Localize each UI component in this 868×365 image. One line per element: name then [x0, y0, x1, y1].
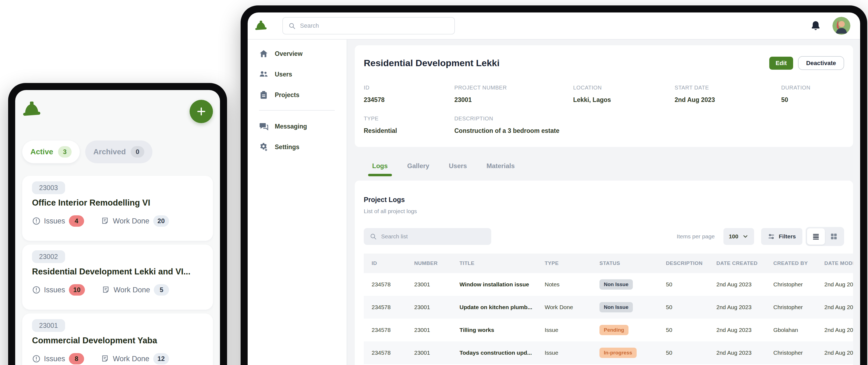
issues-label: Issues [44, 355, 65, 363]
tab-archived-label: Archived [93, 147, 126, 156]
tab-archived-projects[interactable]: Archived 0 [85, 140, 152, 163]
alert-circle-icon [32, 286, 41, 294]
project-card-list: 23003 Office Interior Remodelling VI Iss… [22, 176, 213, 365]
project-card-23003[interactable]: 23003 Office Interior Remodelling VI Iss… [22, 176, 213, 241]
field-duration: DURATION 50 [781, 85, 844, 104]
status-badge: Non Issue [599, 302, 633, 312]
project-header-card: Residential Development Lekki Edit Deact… [355, 45, 853, 147]
tab-materials[interactable]: Materials [486, 162, 515, 170]
grid-view-button[interactable] [825, 228, 843, 244]
field-description: DESCRIPTION Construction of a 3 bedroom … [454, 115, 573, 134]
tab-users[interactable]: Users [449, 162, 467, 170]
project-card-23002[interactable]: 23002 Residential Development Lekki and … [22, 244, 213, 310]
deactivate-button[interactable]: Deactivate [798, 56, 844, 70]
logs-title: Project Logs [364, 196, 844, 204]
project-logs-card: Project Logs List of all project logs [355, 180, 853, 365]
search-icon [370, 233, 377, 240]
table-row[interactable]: 234578 23001 Tilling works Issue Pending… [364, 319, 853, 341]
logs-toolbar: Items per page 100 [364, 227, 844, 246]
table-row[interactable]: 234578 23001 Todays construction upd... … [364, 341, 853, 364]
hard-hat-logo-icon [255, 20, 267, 32]
sidebar-item-label: Overview [275, 50, 303, 58]
issues-label: Issues [44, 217, 65, 225]
work-done-label: Work Done [114, 286, 150, 294]
work-done-label: Work Done [113, 217, 150, 225]
project-card-23001[interactable]: 23001 Commercial Development Yaba Issues… [22, 313, 213, 365]
archived-count-badge: 0 [131, 146, 144, 158]
chevron-down-icon [742, 233, 749, 240]
note-icon [102, 286, 111, 294]
view-toggle [806, 227, 844, 246]
hard-hat-logo-icon [22, 100, 41, 119]
work-done-label: Work Done [113, 355, 150, 363]
alert-circle-icon [32, 355, 41, 363]
add-project-button[interactable] [190, 100, 213, 123]
sidebar-item-settings[interactable]: Settings [259, 137, 347, 157]
field-project-number: PROJECT NUMBER 23001 [454, 85, 573, 104]
project-code-badge: 23001 [32, 319, 65, 332]
clipboard-icon [259, 90, 268, 100]
project-card-title: Office Interior Remodelling VI [32, 198, 203, 208]
status-badge: Pending [599, 325, 628, 335]
note-icon [101, 217, 110, 225]
sidebar-item-label: Messaging [275, 123, 307, 130]
projects-list-device-frame: Active 3 Archived 0 23003 Office Interio… [8, 83, 227, 365]
tab-active-projects[interactable]: Active 3 [22, 140, 80, 163]
top-bar [248, 12, 860, 40]
logs-table-header: ID NUMBER TITLE TYPE STATUS DESCRIPTION … [364, 254, 853, 273]
work-done-count-badge: 5 [154, 284, 169, 296]
notifications-bell-icon[interactable] [810, 20, 821, 31]
work-done-count-badge: 20 [153, 215, 169, 227]
user-avatar[interactable] [833, 17, 850, 35]
list-search [364, 228, 491, 245]
sliders-icon [768, 233, 775, 240]
filters-button[interactable]: Filters [761, 228, 802, 245]
tab-logs[interactable]: Logs [372, 162, 388, 170]
list-view-icon [812, 233, 820, 240]
field-location: LOCATION Lekki, Lagos [573, 85, 675, 104]
issues-label: Issues [44, 286, 65, 294]
items-per-page-select[interactable]: 100 [723, 228, 754, 245]
tab-active-label: Active [30, 147, 53, 156]
project-fields: ID 234578 PROJECT NUMBER 23001 LOCATION … [364, 85, 844, 134]
table-row[interactable]: 234578 23001 Window installation issue N… [364, 273, 853, 296]
sidebar-item-label: Projects [275, 91, 300, 99]
field-id: ID 234578 [364, 85, 454, 104]
dashboard-panel: Overview Users [248, 12, 860, 365]
detail-tabs: Logs Gallery Users Materials [355, 147, 853, 170]
home-icon [259, 49, 268, 58]
sidebar-item-users[interactable]: Users [259, 64, 347, 85]
plus-icon [196, 106, 207, 117]
project-code-badge: 23003 [32, 181, 65, 194]
search-icon [288, 22, 296, 30]
issues-count-badge: 8 [69, 353, 84, 364]
sidebar-divider [259, 110, 335, 111]
edit-button[interactable]: Edit [769, 57, 793, 70]
work-done-count-badge: 12 [153, 353, 169, 364]
items-per-page-label: Items per page [677, 233, 715, 240]
logs-table: ID NUMBER TITLE TYPE STATUS DESCRIPTION … [364, 254, 853, 364]
project-card-title: Commercial Development Yaba [32, 336, 203, 345]
sidebar-item-messaging[interactable]: Messaging [259, 116, 347, 137]
status-badge: Non Issue [599, 279, 633, 290]
global-search [282, 17, 455, 34]
issues-count-badge: 4 [69, 215, 84, 227]
sidebar-item-overview[interactable]: Overview [259, 43, 347, 64]
grid-view-icon [830, 233, 838, 240]
list-search-input[interactable] [381, 233, 485, 240]
field-start-date: START DATE 2nd Aug 2023 [675, 85, 781, 104]
users-icon [259, 70, 268, 79]
sidebar-nav: Overview Users [248, 40, 347, 365]
sidebar-item-projects[interactable]: Projects [259, 85, 347, 105]
search-input[interactable] [300, 22, 449, 29]
project-filter-tabs: Active 3 Archived 0 [22, 140, 213, 163]
sidebar-item-label: Users [275, 71, 292, 78]
items-per-page-value: 100 [729, 233, 738, 240]
status-badge: In-progress [599, 347, 637, 358]
sidebar-item-label: Settings [275, 143, 300, 151]
table-row[interactable]: 234578 23001 Update on kitchen plumb... … [364, 296, 853, 319]
list-view-button[interactable] [807, 228, 825, 244]
field-type: TYPE Residential [364, 115, 454, 134]
tab-gallery[interactable]: Gallery [407, 162, 429, 170]
page-title: Residential Development Lekki [364, 58, 500, 68]
